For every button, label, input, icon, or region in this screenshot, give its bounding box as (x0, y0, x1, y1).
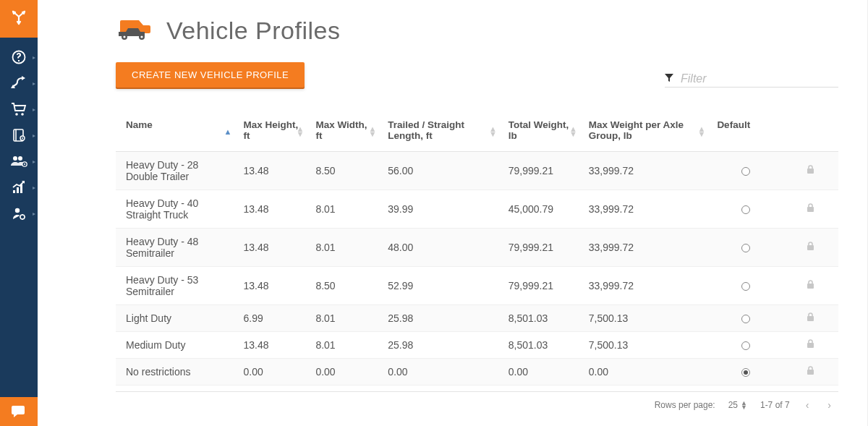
cell-axle-weight: 33,999.72 (582, 190, 710, 229)
default-radio[interactable] (741, 315, 750, 323)
sidebar-item-routes[interactable] (0, 71, 38, 95)
default-radio[interactable] (741, 205, 750, 214)
filter-icon (665, 72, 673, 85)
col-default: Default (710, 112, 782, 152)
sidebar-item-help[interactable] (0, 45, 38, 69)
svg-rect-21 (807, 343, 814, 348)
cell-axle-weight: 7,500.13 (582, 305, 710, 332)
table-row[interactable]: Heavy Duty - 40 Straight Truck13.488.013… (116, 190, 838, 229)
cell-max-height: 13.48 (237, 190, 309, 229)
cell-total-weight: 0.00 (501, 359, 582, 385)
cell-name: Heavy Duty - 28 Double Trailer (116, 152, 237, 190)
svg-point-5 (22, 137, 23, 139)
svg-rect-20 (807, 316, 814, 321)
cell-length: 56.00 (380, 152, 501, 190)
cell-name: Heavy Duty - 53 Semitrailer (116, 267, 237, 305)
sort-icon[interactable]: ▲▼ (569, 127, 577, 137)
svg-point-9 (24, 163, 25, 165)
cell-max-width: 8.01 (308, 332, 380, 359)
filter-field[interactable] (665, 71, 838, 88)
svg-rect-22 (807, 370, 814, 375)
col-max-width[interactable]: Max Width, ft▲▼ (308, 112, 380, 152)
svg-point-10 (15, 208, 20, 213)
svg-rect-18 (807, 245, 814, 250)
sort-icon[interactable]: ▲ (224, 129, 232, 135)
sidebar-item-address[interactable] (0, 123, 38, 148)
cell-axle-weight: 33,999.72 (582, 267, 710, 305)
cell-name: Heavy Duty - 40 Straight Truck (116, 190, 237, 229)
svg-point-15 (140, 35, 142, 38)
cell-total-weight: 8,501.03 (501, 305, 582, 332)
brand-logo[interactable] (0, 0, 38, 38)
cell-length: 25.98 (380, 332, 501, 359)
cart-icon (10, 102, 27, 116)
users-pin-icon (10, 154, 27, 169)
filter-input[interactable] (681, 72, 838, 85)
select-arrows-icon: ▲▼ (741, 401, 747, 409)
svg-rect-17 (807, 207, 814, 212)
book-pin-icon (10, 128, 27, 142)
chat-button[interactable] (0, 397, 38, 426)
lock-icon (807, 339, 814, 351)
svg-point-1 (15, 113, 18, 116)
sidebar-item-orders[interactable] (0, 97, 38, 122)
sidebar-item-account[interactable] (0, 201, 38, 226)
sidebar-item-team[interactable] (0, 149, 38, 174)
cell-name: Light Duty (116, 305, 237, 332)
lock-icon (807, 312, 814, 324)
cell-max-width: 8.50 (308, 152, 380, 190)
cell-name: Heavy Duty - 48 Semitrailer (116, 229, 237, 267)
col-max-height[interactable]: Max Height, ft▲▼ (237, 112, 309, 152)
col-total-weight[interactable]: Total Weight, lb▲▼ (501, 112, 582, 152)
col-length[interactable]: Trailed / Straight Length, ft▲▼ (380, 112, 501, 152)
cell-max-height: 13.48 (237, 332, 309, 359)
cell-max-height: 6.99 (237, 305, 309, 332)
svg-point-6 (13, 156, 17, 161)
create-vehicle-profile-button[interactable]: CREATE NEW VEHICLE PROFILE (116, 62, 305, 88)
lock-icon (807, 366, 814, 378)
default-radio[interactable] (741, 282, 750, 291)
sort-icon[interactable]: ▲▼ (489, 127, 497, 137)
cell-max-height: 13.48 (237, 152, 309, 190)
cell-max-height: 13.48 (237, 229, 309, 267)
table-row[interactable]: Heavy Duty - 53 Semitrailer13.488.5052.9… (116, 267, 838, 305)
chart-up-icon (10, 180, 27, 195)
cell-max-width: 8.01 (308, 190, 380, 229)
svg-point-7 (18, 156, 22, 161)
rows-per-page-select[interactable]: 25 ▲▼ (728, 400, 747, 410)
sort-icon[interactable]: ▲▼ (297, 127, 305, 137)
cell-length: 48.00 (380, 229, 501, 267)
cell-total-weight: 79,999.21 (501, 152, 582, 190)
default-radio[interactable] (741, 368, 750, 377)
prev-page-button[interactable]: ‹ (803, 399, 812, 411)
cell-max-width: 8.01 (308, 229, 380, 267)
rows-per-page-label: Rows per page: (655, 400, 715, 410)
question-circle-icon (10, 50, 27, 64)
default-radio[interactable] (741, 341, 750, 350)
default-radio[interactable] (741, 244, 750, 252)
sort-icon[interactable]: ▲▼ (697, 127, 705, 137)
default-radio[interactable] (741, 167, 750, 176)
table-row[interactable]: Heavy Duty - 28 Double Trailer13.488.505… (116, 152, 838, 190)
cell-total-weight: 45,000.79 (501, 190, 582, 229)
sort-icon[interactable]: ▲▼ (368, 127, 376, 137)
table-row[interactable]: No restrictions0.000.000.000.000.00 (116, 359, 838, 385)
cell-axle-weight: 33,999.72 (582, 229, 710, 267)
table-row[interactable]: Heavy Duty - 48 Semitrailer13.488.0148.0… (116, 229, 838, 267)
cell-axle-weight: 33,999.72 (582, 152, 710, 190)
lock-icon (807, 203, 814, 215)
next-page-button[interactable]: › (825, 399, 834, 411)
sidebar-item-reports[interactable] (0, 175, 38, 200)
vehicle-profiles-table: Name▲ Max Height, ft▲▼ Max Width, ft▲▼ T… (116, 112, 838, 385)
col-name[interactable]: Name▲ (116, 112, 237, 152)
table-row[interactable]: Light Duty6.998.0125.988,501.037,500.13 (116, 305, 838, 332)
cell-max-width: 8.50 (308, 267, 380, 305)
col-lock (782, 112, 838, 152)
cell-max-height: 0.00 (237, 359, 309, 385)
col-axle-weight[interactable]: Max Weight per Axle Group, lb▲▼ (582, 112, 710, 152)
cell-length: 52.99 (380, 267, 501, 305)
cell-length: 39.99 (380, 190, 501, 229)
cell-max-width: 8.01 (308, 305, 380, 332)
svg-point-2 (21, 113, 24, 116)
table-row[interactable]: Medium Duty13.488.0125.988,501.037,500.1… (116, 332, 838, 359)
